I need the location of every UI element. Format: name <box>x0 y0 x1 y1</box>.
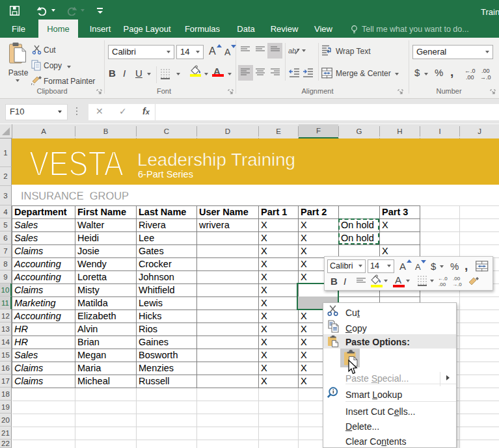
svg-text:INSURANCE GROUP: INSURANCE GROUP <box>21 190 129 202</box>
svg-text:.00: .00 <box>453 276 461 282</box>
svg-text:→.0: →.0 <box>480 74 491 80</box>
svg-text:.00: .00 <box>438 282 446 287</box>
svg-text:VESTA: VESTA <box>29 144 124 183</box>
svg-text:Leadership Training: Leadership Training <box>137 150 295 170</box>
svg-text:.00: .00 <box>481 68 490 74</box>
svg-text:6-Part Series: 6-Part Series <box>138 169 193 179</box>
svg-text:.00: .00 <box>466 74 474 80</box>
svg-text:←.0: ←.0 <box>465 68 476 74</box>
svg-text:ab: ab <box>288 47 296 55</box>
svg-text:←.0: ←.0 <box>438 276 448 282</box>
svg-text:→.0: →.0 <box>452 282 462 287</box>
